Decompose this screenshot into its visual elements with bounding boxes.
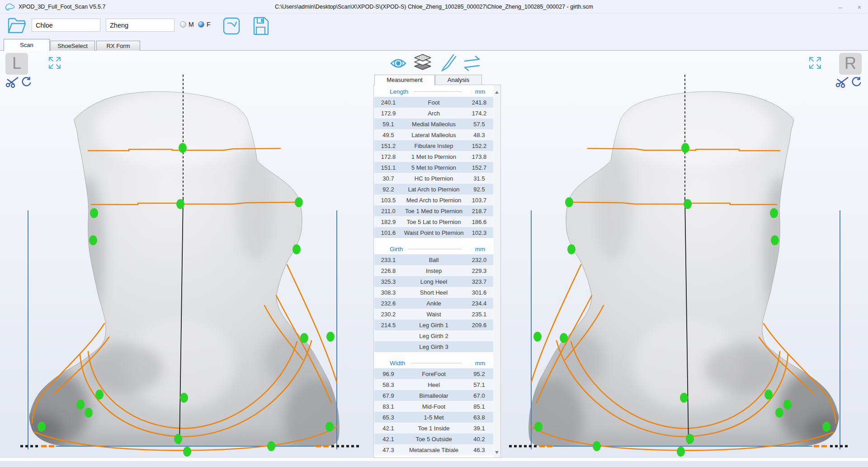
measurement-list: Lengthmm240.1Foot241.8172.9Arch174.259.1… [373, 85, 501, 458]
male-label: M [189, 21, 194, 28]
measure-name: Lateral Malleolus [402, 132, 465, 138]
open-folder-button[interactable] [6, 16, 27, 36]
measure-name: Metatarsale Tibiale [402, 447, 465, 453]
left-foot-value: 42.1 [374, 425, 402, 432]
measure-name: Toe 5 Lat to Pternion [402, 219, 465, 225]
right-foot-value: 85.1 [465, 403, 493, 410]
rotate-tool-right-icon[interactable] [851, 76, 862, 87]
measurement-section: Widthmm96.9ForeFoot95.258.3Heel57.167.9B… [374, 357, 493, 455]
workspace: L R [0, 51, 868, 467]
measurement-row[interactable]: 211.0Toe 1 Med to Pternion218.7 [374, 205, 493, 216]
toolbar: M F [0, 14, 868, 39]
measure-name: Med Arch to Pternion [402, 197, 465, 204]
section-unit: mm [467, 88, 493, 95]
tab-measurement[interactable]: Measurement [374, 75, 435, 86]
measurement-row[interactable]: 325.3Long Heel323.7 [374, 276, 493, 287]
panel-scrollbar[interactable] [494, 85, 500, 457]
measurement-row[interactable]: 103.5Med Arch to Pternion103.7 [374, 195, 493, 205]
left-foot-button[interactable]: L [5, 53, 28, 75]
measurement-row[interactable]: 182.9Toe 5 Lat to Pternion186.6 [374, 216, 493, 227]
measurement-row[interactable]: 232.6Ankle234.4 [374, 298, 493, 309]
measure-name: Leg Girth 3 [402, 343, 465, 350]
measure-name: Waist Point to Pternion [402, 229, 465, 236]
measure-name: Leg Girth 2 [402, 333, 465, 339]
visibility-button[interactable] [390, 54, 407, 72]
gender-female-option[interactable]: F [198, 21, 211, 28]
left-foot-value: 232.6 [374, 300, 402, 307]
measure-name: 5 Met to Pternion [402, 164, 465, 171]
measurement-row[interactable]: 151.2Fibulare Instep152.2 [374, 140, 493, 151]
section-header: Lengthmm [374, 86, 493, 97]
measurement-row[interactable]: 49.5Lateral Malleolus48.3 [374, 129, 493, 140]
measurement-row[interactable]: Leg Girth 2 [374, 330, 493, 341]
save-icon [251, 15, 269, 36]
measurement-row[interactable]: 58.3Heel57.1 [374, 379, 493, 390]
right-foot-value: 63.8 [465, 414, 493, 421]
measurement-row[interactable]: 240.1Foot241.8 [374, 97, 493, 108]
measurement-row[interactable]: 230.2Waist235.1 [374, 309, 493, 319]
gender-male-option[interactable]: M [180, 21, 194, 28]
right-foot-value: 152.2 [465, 143, 493, 149]
measurement-row[interactable]: 59.1Medial Malleolus57.5 [374, 119, 493, 129]
measurement-row[interactable]: 233.1Ball232.0 [374, 254, 493, 265]
right-foot-value: 235.1 [465, 311, 493, 318]
measurement-row[interactable]: 172.9Arch174.2 [374, 108, 493, 119]
last-name-input[interactable] [106, 19, 175, 32]
left-foot-value: 30.7 [374, 175, 402, 182]
measurement-row[interactable]: 42.1Toe 1 Inside39.1 [374, 423, 493, 434]
measurement-row[interactable]: 308.3Short Heel301.6 [374, 287, 493, 298]
measurement-row[interactable]: 172.81 Met to Pternion173.8 [374, 151, 493, 162]
save-button[interactable] [251, 15, 269, 36]
file-path: C:\Users\admin\Desktop\Scan\X\XPOD-S\(XP… [0, 0, 868, 14]
measurement-row[interactable]: 47.3Metatarsale Tibiale46.3 [374, 444, 493, 455]
expand-left-view-icon[interactable] [47, 55, 62, 71]
first-name-input[interactable] [32, 19, 100, 32]
right-foot-value: 39.1 [465, 425, 493, 432]
cut-tool-right-icon[interactable] [835, 76, 849, 88]
left-foot-value: 172.8 [374, 153, 402, 160]
section-divider [411, 363, 462, 363]
tab-scan[interactable]: Scan [4, 39, 50, 51]
measurement-row[interactable]: 151.15 Met to Pternion152.7 [374, 162, 493, 173]
measurement-row[interactable]: 42.1Toe 5 Outside40.2 [374, 434, 493, 444]
left-foot-3d-view[interactable] [20, 70, 359, 467]
left-foot-value: 230.2 [374, 311, 402, 318]
tab-shoeselect[interactable]: ShoeSelect [50, 41, 95, 51]
scan-box-button[interactable] [222, 15, 241, 36]
tab-analysis[interactable]: Analysis [435, 75, 482, 85]
swap-views-button[interactable] [463, 55, 481, 71]
scroll-up-icon[interactable] [495, 91, 499, 94]
eye-icon [391, 60, 406, 67]
right-foot-button[interactable]: R [839, 53, 862, 75]
layers-button[interactable] [413, 52, 433, 72]
measurement-row[interactable]: 214.5Leg Girth 1209.6 [374, 319, 493, 330]
left-foot-value: 42.1 [374, 436, 402, 443]
expand-right-view-icon[interactable] [807, 55, 823, 71]
measurement-row[interactable]: 30.7HC to Pternion31.5 [374, 173, 493, 184]
rotate-tool-left-icon[interactable] [21, 76, 32, 87]
folder-icon [6, 16, 27, 36]
section-divider [414, 91, 462, 92]
measure-name: Ankle [402, 300, 465, 307]
measurement-row[interactable]: 92.2Lat Arch to Pternion92.5 [374, 184, 493, 195]
measure-name: Heel [402, 381, 465, 388]
measurement-row[interactable]: Leg Girth 3 [374, 341, 493, 352]
cut-tool-left-icon[interactable] [5, 76, 19, 88]
left-foot-value: 151.1 [374, 164, 402, 171]
measurement-row[interactable]: 83.1Mid-Foot85.1 [374, 401, 493, 412]
minimize-icon[interactable]: – [836, 3, 844, 11]
close-icon[interactable]: × [855, 3, 863, 11]
right-foot-3d-view[interactable] [509, 70, 848, 467]
measure-name: Foot [402, 99, 465, 106]
right-foot-value: 232.0 [465, 257, 493, 263]
measurement-row[interactable]: 101.6Waist Point to Pternion102.3 [374, 227, 493, 238]
measurement-row[interactable]: 226.8Instep229.3 [374, 265, 493, 276]
measurement-row[interactable]: 67.9Bimalleolar67.0 [374, 390, 493, 401]
scroll-down-icon[interactable] [495, 451, 499, 454]
measurement-row[interactable]: 65.31-5 Met63.8 [374, 412, 493, 423]
right-foot-value: 31.5 [465, 175, 493, 182]
brush-icon [442, 55, 456, 71]
tab-rx-form[interactable]: RX Form [96, 41, 140, 51]
measurement-row[interactable]: 96.9ForeFoot95.2 [374, 368, 493, 379]
paint-button[interactable] [439, 53, 457, 73]
